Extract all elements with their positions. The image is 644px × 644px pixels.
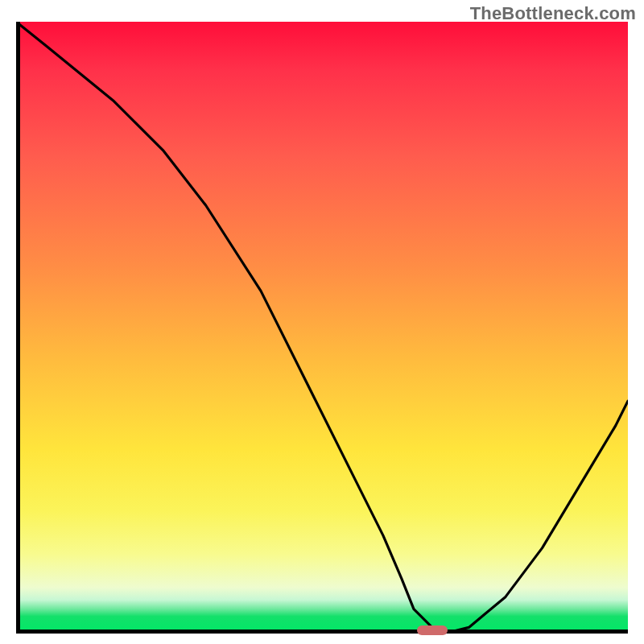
chart-frame — [16, 22, 628, 634]
watermark-text: TheBottleneck.com — [470, 3, 636, 24]
bottleneck-curve — [16, 22, 628, 634]
optimal-marker — [417, 625, 448, 635]
